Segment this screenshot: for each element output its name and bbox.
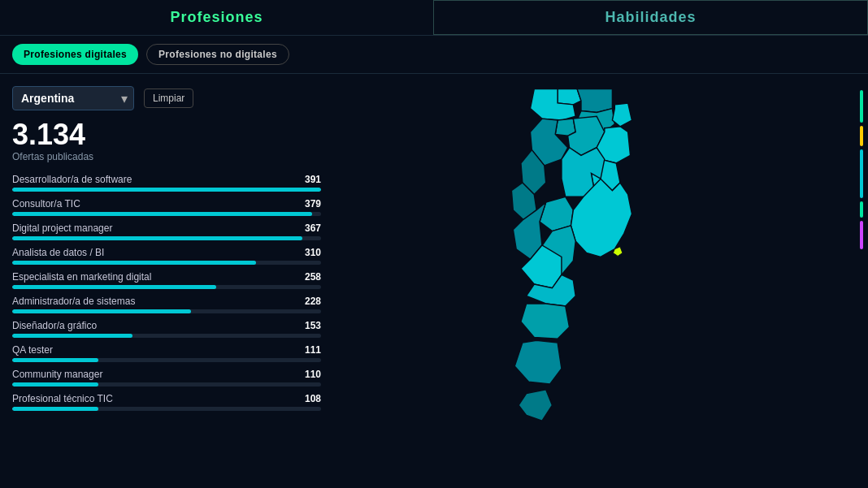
- subtab-no-digital[interactable]: Profesiones no digitales: [146, 44, 289, 65]
- profession-item: Especialista en marketing digital 258: [12, 271, 321, 289]
- bar-fill: [12, 334, 132, 338]
- profession-count: 110: [305, 369, 321, 380]
- bar-fill: [12, 188, 321, 192]
- profession-item: Diseñador/a gráfico 153: [12, 320, 321, 338]
- bar-header: Especialista en marketing digital 258: [12, 271, 321, 283]
- bar-track: [12, 188, 321, 192]
- bar-header: Administrador/a de sistemas 228: [12, 296, 321, 307]
- sub-tabs-row: Profesiones digitales Profesiones no dig…: [0, 36, 868, 74]
- bar-header: QA tester 111: [12, 344, 321, 356]
- bar-header: Desarrollador/a de software 391: [12, 174, 321, 185]
- profession-item: QA tester 111: [12, 344, 321, 362]
- profession-count: 367: [305, 222, 321, 234]
- bar-fill: [12, 212, 312, 216]
- map-container: [446, 81, 755, 487]
- bar-fill: [12, 236, 302, 240]
- profession-name: Analista de datos / BI: [12, 247, 104, 258]
- bar-fill: [12, 261, 256, 265]
- profession-name: Diseñador/a gráfico: [12, 320, 97, 331]
- profession-item: Analista de datos / BI 310: [12, 247, 321, 265]
- profession-item: Desarrollador/a de software 391: [12, 174, 321, 192]
- profession-list: Desarrollador/a de software 391 Consulto…: [12, 174, 321, 411]
- bar-track: [12, 285, 321, 289]
- profession-count: 108: [305, 393, 321, 404]
- bar-fill: [12, 407, 98, 411]
- bar-header: Digital project manager 367: [12, 222, 321, 234]
- tab-habilidades-label: Habilidades: [605, 9, 696, 26]
- argentina-map: [446, 81, 755, 487]
- profession-name: Especialista en marketing digital: [12, 271, 151, 283]
- profession-item: Profesional técnico TIC 108: [12, 393, 321, 411]
- bar-header: Community manager 110: [12, 369, 321, 380]
- bar-fill: [12, 358, 98, 362]
- bar-fill: [12, 285, 216, 289]
- profession-count: 310: [305, 247, 321, 258]
- profession-count: 153: [305, 320, 321, 331]
- profession-item: Consultor/a TIC 379: [12, 198, 321, 216]
- bar-track: [12, 309, 321, 313]
- profession-name: Profesional técnico TIC: [12, 393, 113, 404]
- bar-track: [12, 334, 321, 338]
- profession-count: 228: [305, 296, 321, 307]
- profession-name: Consultor/a TIC: [12, 198, 80, 209]
- country-select[interactable]: Argentina: [12, 86, 134, 110]
- profession-item: Community manager 110: [12, 369, 321, 387]
- profession-name: Community manager: [12, 369, 102, 380]
- right-panel: [333, 74, 868, 488]
- side-decoration: [855, 74, 868, 488]
- filter-row: Argentina Limpiar: [12, 86, 321, 110]
- bar-track: [12, 236, 321, 240]
- profession-name: QA tester: [12, 344, 53, 356]
- bar-track: [12, 407, 321, 411]
- profession-count: 258: [305, 271, 321, 283]
- total-count: 3.134: [12, 119, 321, 151]
- tab-profesiones[interactable]: Profesiones: [0, 0, 433, 35]
- left-panel: Argentina Limpiar 3.134 Ofertas publicad…: [0, 74, 333, 488]
- profession-item: Digital project manager 367: [12, 222, 321, 240]
- profession-count: 111: [305, 344, 321, 356]
- bar-fill: [12, 382, 98, 387]
- profession-count: 379: [305, 198, 321, 209]
- tab-habilidades[interactable]: Habilidades: [433, 0, 868, 35]
- bar-header: Consultor/a TIC 379: [12, 198, 321, 209]
- bar-track: [12, 261, 321, 265]
- bar-header: Profesional técnico TIC 108: [12, 393, 321, 404]
- bar-track: [12, 358, 321, 362]
- profession-name: Desarrollador/a de software: [12, 174, 132, 185]
- bar-fill: [12, 309, 191, 313]
- profession-item: Administrador/a de sistemas 228: [12, 296, 321, 313]
- subtab-digital-label: Profesiones digitales: [24, 49, 127, 60]
- subtab-digital[interactable]: Profesiones digitales: [12, 44, 138, 65]
- profession-count: 391: [305, 174, 321, 185]
- bar-header: Analista de datos / BI 310: [12, 247, 321, 258]
- profession-name: Administrador/a de sistemas: [12, 296, 135, 307]
- profession-name: Digital project manager: [12, 222, 112, 234]
- bar-track: [12, 382, 321, 387]
- main-content: Argentina Limpiar 3.134 Ofertas publicad…: [0, 74, 868, 488]
- bar-header: Diseñador/a gráfico 153: [12, 320, 321, 331]
- clear-button-label: Limpiar: [153, 93, 184, 104]
- total-label: Ofertas publicadas: [12, 151, 321, 162]
- clear-button[interactable]: Limpiar: [144, 89, 193, 108]
- tab-profesiones-label: Profesiones: [170, 9, 263, 26]
- country-select-wrapper[interactable]: Argentina: [12, 86, 134, 110]
- main-header: Profesiones Habilidades: [0, 0, 868, 36]
- subtab-no-digital-label: Profesiones no digitales: [158, 49, 277, 60]
- bar-track: [12, 212, 321, 216]
